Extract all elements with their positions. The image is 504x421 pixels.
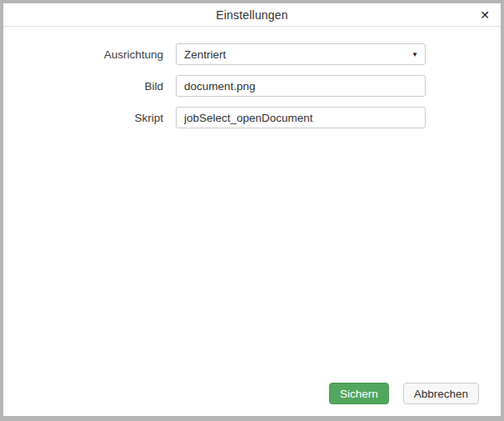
settings-dialog: Einstellungen ✕ Ausrichtung Zentriert ▼ … xyxy=(0,0,504,421)
close-icon[interactable]: ✕ xyxy=(480,9,490,21)
ausrichtung-select[interactable]: Zentriert xyxy=(176,43,426,65)
form-row-ausrichtung: Ausrichtung Zentriert ▼ xyxy=(3,43,501,65)
form-row-bild: Bild xyxy=(3,75,501,97)
save-button[interactable]: Sichern xyxy=(329,383,389,404)
form-row-skript: Skript xyxy=(3,107,501,128)
ausrichtung-label: Ausrichtung xyxy=(3,48,163,61)
cancel-button[interactable]: Abbrechen xyxy=(403,383,479,404)
bild-input[interactable] xyxy=(176,75,426,97)
dialog-title: Einstellungen xyxy=(216,8,288,22)
ausrichtung-select-wrap: Zentriert ▼ xyxy=(176,43,426,65)
bild-label: Bild xyxy=(3,80,163,93)
skript-input[interactable] xyxy=(176,107,426,128)
skript-label: Skript xyxy=(3,112,163,124)
dialog-titlebar: Einstellungen ✕ xyxy=(3,3,501,27)
dialog-body: Ausrichtung Zentriert ▼ Bild Skript Sich… xyxy=(3,27,501,416)
dialog-footer: Sichern Abbrechen xyxy=(329,383,479,404)
